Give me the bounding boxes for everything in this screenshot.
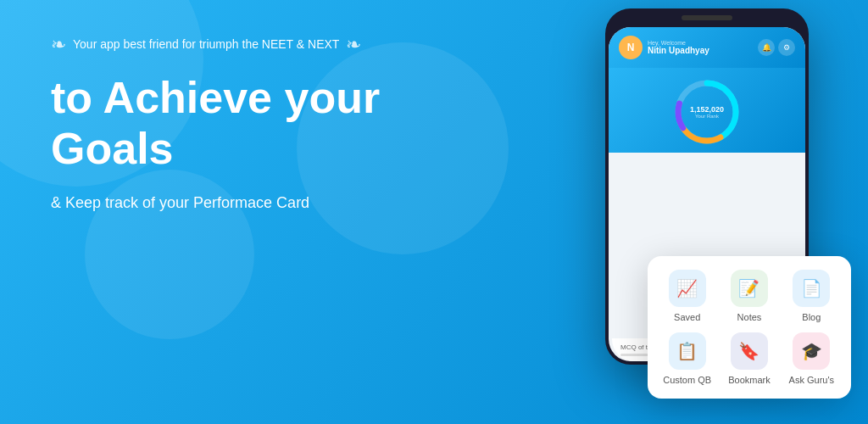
blog-label: Blog — [802, 312, 821, 322]
blog-icon: 📄 — [793, 270, 830, 307]
saved-icon: 📈 — [669, 270, 706, 307]
popup-item-blog[interactable]: 📄 Blog — [786, 270, 837, 322]
left-section: ❧ Your app best friend for triumph the N… — [51, 34, 458, 215]
laurel-right-icon: ❧ — [346, 34, 361, 56]
laurel-left-icon: ❧ — [51, 34, 66, 56]
rank-number: 1,152,020 — [690, 106, 724, 114]
user-name: Nitin Upadhyay — [648, 46, 709, 55]
heading-line1: to Achieve your — [51, 73, 380, 122]
phone-notch — [682, 15, 732, 20]
heading-line2: Goals — [51, 124, 174, 173]
askgurus-icon: 🎓 — [793, 332, 830, 370]
rank-label: Your Rank — [690, 114, 724, 119]
popup-item-notes[interactable]: 📝 Notes — [723, 270, 775, 322]
tagline-text: Your app best friend for triumph the NEE… — [73, 36, 339, 53]
settings-icon[interactable]: ⚙ — [778, 39, 795, 56]
phone-mockup: N Hey, Welcome Nitin Upadhyay 🔔 ⚙ — [580, 8, 843, 416]
main-heading: to Achieve your Goals — [51, 73, 458, 175]
bookmark-icon: 🔖 — [731, 332, 768, 370]
saved-label: Saved — [674, 312, 700, 322]
customqb-label: Custom QB — [663, 375, 711, 385]
header-icons: 🔔 ⚙ — [758, 39, 795, 56]
customqb-icon: 📋 — [669, 332, 706, 370]
rank-inner: 1,152,020 Your Rank — [690, 106, 724, 119]
popup-item-bookmark[interactable]: 🔖 Bookmark — [723, 332, 775, 385]
popup-card: 📈 Saved 📝 Notes 📄 Blog 📋 Custom QB 🔖 Boo… — [648, 256, 851, 399]
sub-heading: & Keep track of your Performace Card — [51, 192, 458, 215]
notes-label: Notes — [737, 312, 762, 322]
user-info: Hey, Welcome Nitin Upadhyay — [648, 40, 709, 55]
user-greeting: Hey, Welcome — [648, 40, 709, 46]
app-header: N Hey, Welcome Nitin Upadhyay 🔔 ⚙ — [609, 27, 805, 68]
rank-circle: 1,152,020 Your Rank — [673, 78, 741, 146]
notification-icon[interactable]: 🔔 — [758, 39, 775, 56]
rank-section: 1,152,020 Your Rank — [609, 68, 805, 153]
notes-icon: 📝 — [731, 270, 768, 307]
tagline-box: ❧ Your app best friend for triumph the N… — [51, 34, 458, 56]
popup-item-customqb[interactable]: 📋 Custom QB — [661, 332, 713, 385]
popup-grid: 📈 Saved 📝 Notes 📄 Blog 📋 Custom QB 🔖 Boo… — [661, 270, 837, 385]
popup-item-saved[interactable]: 📈 Saved — [661, 270, 713, 322]
app-user: N Hey, Welcome Nitin Upadhyay — [619, 36, 709, 59]
bookmark-label: Bookmark — [728, 375, 771, 385]
avatar: N — [619, 36, 643, 59]
popup-item-askgurus[interactable]: 🎓 Ask Guru's — [786, 332, 837, 385]
askgurus-label: Ask Guru's — [789, 375, 834, 385]
